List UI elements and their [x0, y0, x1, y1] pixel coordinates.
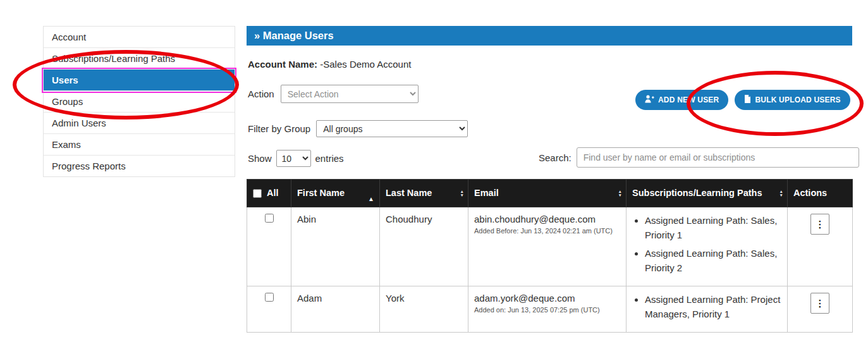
- email-added-meta: Added Before: Jun 13, 2024 02:21 am (UTC…: [474, 226, 620, 236]
- action-select[interactable]: Select Action: [281, 85, 419, 103]
- select-all-checkbox[interactable]: [253, 189, 262, 198]
- sidebar-item-exams[interactable]: Exams: [44, 134, 235, 156]
- cell-first-name: Adam: [291, 286, 380, 333]
- cell-subscriptions: Assigned Learning Path: Project Managers…: [627, 286, 788, 333]
- add-user-icon: [645, 95, 654, 105]
- account-name-line: Account Name: -Sales Demo Account: [248, 59, 411, 70]
- action-label: Action: [248, 89, 274, 99]
- account-name-value: -Sales Demo Account: [320, 59, 411, 70]
- cell-subscriptions: Assigned Learning Path: Sales, Priority …: [627, 207, 788, 286]
- row-actions-menu-button[interactable]: ⋮: [810, 293, 829, 314]
- filter-by-group-select[interactable]: All groups: [316, 120, 468, 137]
- cell-first-name: Abin: [291, 207, 380, 286]
- search-input[interactable]: [577, 147, 859, 168]
- filter-by-group-label: Filter by Group: [248, 123, 310, 134]
- sidebar-item-progress-reports[interactable]: Progress Reports: [44, 156, 235, 176]
- table-row: Abin Choudhury abin.choudhury@deque.com …: [247, 207, 853, 286]
- email-address: abin.choudhury@deque.com: [474, 214, 620, 224]
- page-title: » Manage Users: [247, 26, 852, 46]
- header-email[interactable]: Email ▲▼: [468, 180, 627, 207]
- email-header-label: Email: [474, 188, 499, 198]
- table-row: Adam York adam.york@deque.com Added on: …: [247, 286, 853, 333]
- show-entries-row: Show 10 entries: [248, 150, 344, 167]
- toolbar-buttons: ADD NEW USER BULK UPLOAD USERS: [635, 90, 850, 110]
- subscription-item: Assigned Learning Path: Sales, Priority …: [645, 214, 781, 242]
- search-label: Search:: [539, 152, 572, 163]
- table-header-row: All First Name ▲ Last Name ▲▼ Email ▲▼: [247, 180, 853, 207]
- cell-last-name: Choudhury: [380, 207, 468, 286]
- search-group: Search:: [539, 147, 859, 168]
- header-last-name[interactable]: Last Name ▲▼: [380, 180, 468, 207]
- users-table: All First Name ▲ Last Name ▲▼ Email ▲▼: [247, 179, 852, 333]
- email-added-meta: Added on: Jun 13, 2025 07:25 pm (UTC): [474, 305, 620, 316]
- header-actions: Actions: [788, 180, 853, 207]
- show-label: Show: [248, 153, 272, 164]
- actions-header-label: Actions: [793, 188, 827, 198]
- email-address: adam.york@deque.com: [474, 293, 620, 304]
- filter-row: Filter by Group All groups: [248, 120, 468, 137]
- sidebar-item-users[interactable]: Users: [44, 70, 235, 91]
- entries-label: entries: [315, 153, 344, 164]
- sort-both-icon: ▲▼: [779, 190, 783, 197]
- first-name-header-label: First Name: [297, 188, 345, 198]
- select-all-label: All: [267, 187, 279, 200]
- subscriptions-header-label: Subscriptions/Learning Paths: [632, 188, 762, 198]
- subscription-item: Assigned Learning Path: Project Managers…: [645, 293, 781, 321]
- row-actions-menu-button[interactable]: ⋮: [810, 214, 829, 235]
- header-subscriptions[interactable]: Subscriptions/Learning Paths ▲▼: [627, 180, 788, 207]
- sidebar-item-account[interactable]: Account: [44, 27, 235, 48]
- row-checkbox[interactable]: [265, 293, 274, 302]
- action-row: Action Select Action: [248, 85, 419, 103]
- sidebar-item-groups[interactable]: Groups: [44, 91, 235, 113]
- subscription-item: Assigned Learning Path: Sales, Priority …: [645, 247, 781, 275]
- add-new-user-label: ADD NEW USER: [658, 95, 719, 104]
- bulk-upload-users-button[interactable]: BULK UPLOAD USERS: [735, 90, 850, 110]
- header-select-all[interactable]: All: [247, 180, 291, 207]
- last-name-header-label: Last Name: [386, 188, 432, 198]
- add-new-user-button[interactable]: ADD NEW USER: [635, 90, 728, 110]
- account-name-label: Account Name:: [248, 59, 317, 70]
- entries-count-select[interactable]: 10: [276, 150, 311, 167]
- sidebar-item-subscriptions[interactable]: Subscriptions/Learning Paths: [44, 48, 235, 70]
- sort-both-icon: ▲▼: [618, 190, 622, 197]
- sort-both-icon: ▲▼: [460, 190, 464, 197]
- cell-email: adam.york@deque.com Added on: Jun 13, 20…: [468, 286, 627, 333]
- manage-users-page: Account Subscriptions/Learning Paths Use…: [0, 0, 868, 356]
- sort-ascending-icon: ▲: [368, 195, 374, 204]
- cell-last-name: York: [380, 286, 468, 333]
- header-first-name[interactable]: First Name ▲: [291, 180, 380, 207]
- sidebar-item-admin-users[interactable]: Admin Users: [44, 113, 235, 134]
- row-checkbox[interactable]: [265, 214, 274, 223]
- cell-email: abin.choudhury@deque.com Added Before: J…: [468, 207, 627, 286]
- sidebar-nav: Account Subscriptions/Learning Paths Use…: [43, 26, 235, 177]
- file-upload-icon: [744, 95, 751, 105]
- bulk-upload-users-label: BULK UPLOAD USERS: [755, 95, 840, 104]
